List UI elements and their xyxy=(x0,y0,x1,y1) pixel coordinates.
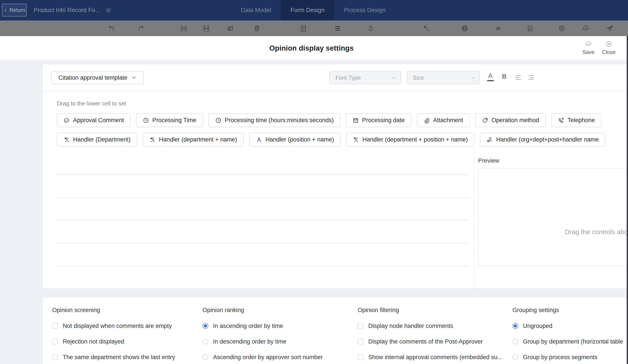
radio-unchecked[interactable] xyxy=(203,354,208,360)
tab-process-design[interactable]: Process Design xyxy=(334,0,395,20)
field-chip-processing-time[interactable]: Processing Time xyxy=(136,113,203,127)
field-chip-handler-department-position-name[interactable]: Handler (department + position + name) xyxy=(346,133,474,146)
field-chip-row-1: Approval CommentProcessing TimeProcessin… xyxy=(57,113,602,127)
undo-icon[interactable] xyxy=(108,25,116,32)
return-button-label: Return xyxy=(9,7,25,13)
javascript-icon[interactable]: JS xyxy=(494,25,502,32)
preview-drop-area[interactable] xyxy=(478,168,628,266)
insert-cell-icon[interactable] xyxy=(227,25,234,32)
font-color-button[interactable]: A xyxy=(486,72,495,81)
comment-icon xyxy=(63,117,70,124)
section-title: Opinion filtering xyxy=(358,307,399,314)
grid-row-line xyxy=(57,197,469,198)
paperclip-icon xyxy=(423,117,430,124)
field-chip-telephone[interactable]: Telephone xyxy=(551,113,602,127)
radio-option-in-ascending-order-by-time[interactable]: In ascending order by time xyxy=(203,322,283,330)
tag-icon xyxy=(482,117,488,124)
option-label: Rejection not displayed xyxy=(63,338,124,345)
checkbox-option-not-displayed-when-comments-are-empty[interactable]: Not displayed when comments are empty xyxy=(52,322,172,330)
globe-icon[interactable] xyxy=(461,25,469,32)
checkbox-unchecked[interactable] xyxy=(52,339,58,344)
delete-icon[interactable] xyxy=(253,25,261,32)
field-chip-handler-org-dept-post-handler-name[interactable]: Handler (org+dept+post+handler name xyxy=(480,133,605,146)
radio-checked[interactable] xyxy=(512,323,518,329)
field-chip-operation-method[interactable]: Operation method xyxy=(475,113,546,127)
phone-icon xyxy=(558,117,564,124)
radio-option-ascending-order-by-approver-sort-number[interactable]: Ascending order by approver sort number xyxy=(203,354,323,361)
tab-data-model[interactable]: Data Model xyxy=(231,0,281,20)
radio-option-in-descending-order-by-time[interactable]: In descending order by time xyxy=(203,338,286,345)
field-chip-label: Processing Time xyxy=(152,117,196,124)
format-toolbar-panel: Citation approval template Font Type Siz… xyxy=(43,65,627,91)
field-chip-label: Handler (department + name) xyxy=(159,136,237,143)
checkbox-unchecked[interactable] xyxy=(52,323,58,329)
checkbox-option-rejection-not-displayed[interactable]: Rejection not displayed xyxy=(52,338,124,345)
rows-icon[interactable] xyxy=(334,25,341,32)
radio-option-group-by-process-segments[interactable]: Group by process segments xyxy=(512,354,597,361)
person-icon xyxy=(256,137,262,143)
close-button[interactable]: Close xyxy=(599,41,619,55)
field-chip-approval-comment[interactable]: Approval Comment xyxy=(57,113,131,127)
field-chip-label: Handler (Department) xyxy=(73,136,131,143)
radio-unchecked[interactable] xyxy=(512,339,518,344)
gear-icon[interactable] xyxy=(105,7,112,14)
person-badge-icon xyxy=(353,137,359,143)
radio-unchecked[interactable] xyxy=(203,339,208,344)
field-chip-label: Processing time (hours:minutes:seconds) xyxy=(225,117,334,124)
chevron-down-icon xyxy=(391,75,397,80)
checkbox-option-display-node-handler-comments[interactable]: Display node handler comments xyxy=(358,322,453,330)
dialog-header: Opinion display settings Save Close xyxy=(0,36,627,60)
grid-row-line xyxy=(57,174,469,175)
field-chip-processing-time-hours-minutes-seconds[interactable]: Processing time (hours:minutes:seconds) xyxy=(208,113,340,127)
radio-option-ungrouped[interactable]: Ungrouped xyxy=(512,322,552,330)
align-left-icon[interactable] xyxy=(515,74,522,81)
checkbox-unchecked[interactable] xyxy=(52,354,58,360)
tab-form-design[interactable]: Form Design xyxy=(281,0,334,20)
font-type-select[interactable]: Font Type xyxy=(329,71,401,84)
checkbox-unchecked[interactable] xyxy=(358,323,363,329)
merge-cells-icon[interactable] xyxy=(180,25,188,32)
checkbox-unchecked[interactable] xyxy=(358,354,363,360)
checkbox-option-display-the-comments-of-the-post-approve[interactable]: Display the comments of the Post-Approve… xyxy=(358,338,483,345)
droplet-icon[interactable] xyxy=(367,25,375,32)
table-icon[interactable] xyxy=(300,25,307,32)
field-chip-handler-department-name[interactable]: Handler (department + name) xyxy=(143,133,244,146)
size-placeholder: Size xyxy=(413,74,424,81)
field-chip-label: Processing date xyxy=(362,117,405,124)
checkbox-unchecked[interactable] xyxy=(358,339,363,344)
checkbox-option-show-internal-approval-comments-embedded[interactable]: Show internal approval comments (embedde… xyxy=(358,354,502,361)
cloud-upload-icon[interactable] xyxy=(582,25,589,32)
clock-icon xyxy=(143,117,149,124)
preview-icon[interactable] xyxy=(558,25,565,32)
redo-icon[interactable] xyxy=(137,25,144,32)
radio-unchecked[interactable] xyxy=(512,354,518,360)
save-button[interactable]: Save xyxy=(578,41,598,55)
align-right-icon[interactable] xyxy=(527,74,535,81)
option-label: Ungrouped xyxy=(523,323,552,329)
person-org-icon xyxy=(486,137,493,143)
bold-button[interactable]: B xyxy=(499,72,509,81)
return-button[interactable]: Return xyxy=(2,4,27,16)
radio-checked[interactable] xyxy=(203,323,208,329)
radio-option-group-by-department-horizontal-table[interactable]: Group by department (horizontal table xyxy=(512,338,623,345)
template-selector[interactable]: Citation approval template xyxy=(51,71,144,84)
send-icon[interactable] xyxy=(606,25,614,32)
field-chip-attachment[interactable]: Attachment xyxy=(417,113,470,127)
terminal-icon[interactable] xyxy=(526,25,534,32)
field-chip-handler-position-name[interactable]: Handler (position + name) xyxy=(249,133,340,146)
split-cells-icon[interactable] xyxy=(203,25,210,32)
font-color-swatch xyxy=(487,80,494,81)
template-grid[interactable] xyxy=(57,149,469,288)
font-size-select[interactable]: Size xyxy=(406,71,480,84)
dimmed-background-strip xyxy=(627,36,628,364)
field-chip-handler-department[interactable]: Handler (Department) xyxy=(57,133,137,146)
checkbox-option-the-same-department-shows-the-last-entry[interactable]: The same department shows the last entry xyxy=(52,354,175,361)
magic-wand-icon[interactable] xyxy=(423,25,430,32)
field-chip-label: Telephone xyxy=(567,117,595,124)
option-label: Ascending order by approver sort number xyxy=(213,354,323,361)
field-chip-label: Operation method xyxy=(491,117,539,124)
editor-toolbar: JS xyxy=(0,20,628,36)
options-panel: Opinion screeningNot displayed when comm… xyxy=(43,297,627,364)
field-chip-processing-date[interactable]: Processing date xyxy=(346,113,411,127)
person-badge-icon xyxy=(63,137,70,143)
